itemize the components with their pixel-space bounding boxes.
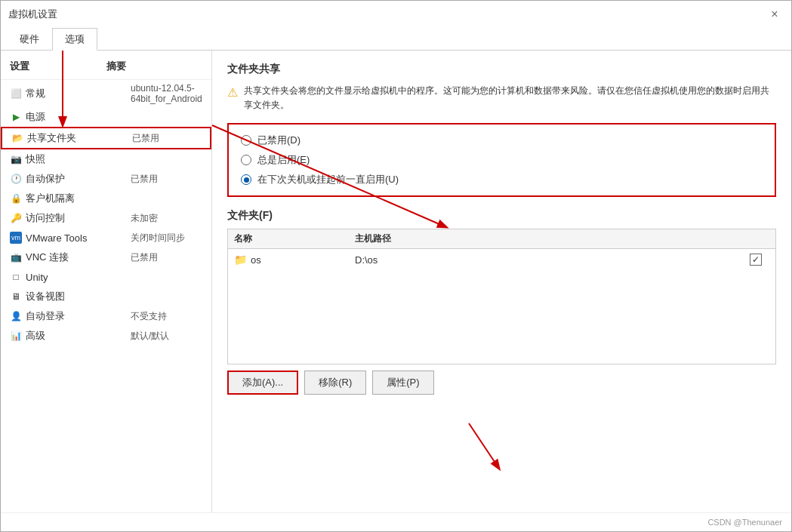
vm-settings-window: 虚拟机设置 × 硬件 选项 设置 摘要 ⬜ 常规 ubuntu-12.04.5-… bbox=[0, 0, 792, 532]
vmware-tools-icon: vm bbox=[10, 232, 22, 244]
advanced-icon: 📊 bbox=[10, 330, 22, 342]
warning-text: 共享文件夹会将您的文件显示给虚拟机中的程序。这可能为您的计算机和数据带来风险。请… bbox=[244, 84, 776, 112]
button-row: 添加(A)... 移除(R) 属性(P) bbox=[227, 371, 776, 395]
folder-list-area: 名称 主机路径 📁 os D:\os ✓ bbox=[227, 229, 776, 364]
remove-button[interactable]: 移除(R) bbox=[304, 371, 366, 395]
tab-hardware[interactable]: 硬件 bbox=[7, 28, 52, 51]
option-always-label: 总是启用(E) bbox=[257, 153, 310, 167]
access-control-value: 未加密 bbox=[131, 212, 202, 225]
setting-row-vnc[interactable]: 📺 VNC 连接 已禁用 bbox=[1, 248, 211, 267]
setting-row-isolation[interactable]: 🔒 客户机隔离 bbox=[1, 189, 211, 208]
folder-section-title: 文件夹(F) bbox=[227, 209, 776, 223]
general-value: ubuntu-12.04.5-64bit_for_Android bbox=[131, 83, 202, 104]
left-header: 设置 摘要 bbox=[1, 57, 211, 80]
setting-row-device-view[interactable]: 🖥 设备视图 bbox=[1, 287, 211, 306]
file-sharing-title: 文件夹共享 bbox=[227, 63, 776, 76]
option-always-row[interactable]: 总是启用(E) bbox=[241, 153, 763, 167]
isolation-icon: 🔒 bbox=[10, 192, 22, 204]
folder-name-os: 📁 os bbox=[234, 254, 355, 266]
setting-row-access-control[interactable]: 🔑 访问控制 未加密 bbox=[1, 208, 211, 228]
option-until-shutdown-radio[interactable] bbox=[241, 174, 251, 185]
tab-options[interactable]: 选项 bbox=[52, 28, 97, 51]
folder-row-icon: 📁 bbox=[234, 254, 247, 266]
shared-folder-value: 已禁用 bbox=[132, 132, 201, 145]
autologin-icon: 👤 bbox=[10, 310, 22, 322]
setting-row-vmware-tools[interactable]: vm VMware Tools 关闭时间同步 bbox=[1, 228, 211, 248]
tab-bar: 硬件 选项 bbox=[1, 28, 791, 51]
warning-icon: ⚠ bbox=[227, 85, 238, 112]
setting-row-shared-folders[interactable]: 📂 共享文件夹 已禁用 bbox=[1, 127, 211, 149]
snapshot-icon: 📷 bbox=[10, 153, 22, 165]
setting-row-general[interactable]: ⬜ 常规 ubuntu-12.04.5-64bit_for_Android bbox=[1, 80, 211, 107]
col-summary-label: 摘要 bbox=[106, 60, 203, 73]
close-button[interactable]: × bbox=[766, 5, 784, 23]
autologin-value: 不受支持 bbox=[131, 310, 202, 323]
setting-row-snapshots[interactable]: 📷 快照 bbox=[1, 149, 211, 169]
properties-button[interactable]: 属性(P) bbox=[372, 371, 433, 395]
col-path-header: 主机路径 bbox=[355, 232, 742, 245]
folder-table-header: 名称 主机路径 bbox=[228, 229, 775, 249]
shared-folder-icon: 📂 bbox=[11, 132, 23, 144]
setting-row-power[interactable]: ▶ 电源 bbox=[1, 107, 211, 127]
setting-row-advanced[interactable]: 📊 高级 默认/默认 bbox=[1, 326, 211, 346]
autoprotect-value: 已禁用 bbox=[131, 173, 202, 186]
add-button[interactable]: 添加(A)... bbox=[227, 371, 298, 395]
advanced-value: 默认/默认 bbox=[131, 330, 202, 343]
vnc-icon: 📺 bbox=[10, 251, 22, 263]
col-setting-label: 设置 bbox=[10, 60, 106, 73]
setting-row-autologin[interactable]: 👤 自动登录 不受支持 bbox=[1, 306, 211, 326]
window-title: 虚拟机设置 bbox=[8, 8, 57, 21]
sharing-options-box: 已禁用(D) 总是启用(E) 在下次关机或挂起前一直启用(U) bbox=[227, 123, 776, 197]
folder-path-os: D:\os bbox=[355, 254, 742, 266]
device-view-icon: 🖥 bbox=[10, 291, 22, 303]
vnc-value: 已禁用 bbox=[131, 251, 202, 264]
setting-row-unity[interactable]: □ Unity bbox=[1, 267, 211, 287]
col-name-header: 名称 bbox=[234, 232, 355, 245]
option-always-radio[interactable] bbox=[241, 155, 251, 165]
unity-icon: □ bbox=[10, 271, 22, 283]
power-icon: ▶ bbox=[10, 111, 22, 123]
folder-row-os[interactable]: 📁 os D:\os ✓ bbox=[228, 249, 775, 270]
option-until-shutdown-label: 在下次关机或挂起前一直启用(U) bbox=[257, 173, 399, 186]
folder-row-checkbox[interactable]: ✓ bbox=[750, 254, 762, 266]
access-control-icon: 🔑 bbox=[10, 212, 22, 224]
option-disabled-row[interactable]: 已禁用(D) bbox=[241, 134, 763, 147]
main-content: 设置 摘要 ⬜ 常规 ubuntu-12.04.5-64bit_for_Andr… bbox=[1, 51, 791, 512]
warning-box: ⚠ 共享文件夹会将您的文件显示给虚拟机中的程序。这可能为您的计算机和数据带来风险… bbox=[227, 84, 776, 112]
option-until-shutdown-row[interactable]: 在下次关机或挂起前一直启用(U) bbox=[241, 173, 763, 186]
footer-bar: CSDN @Thenunaer bbox=[1, 512, 791, 531]
option-disabled-radio[interactable] bbox=[241, 135, 251, 146]
right-panel: 文件夹共享 ⚠ 共享文件夹会将您的文件显示给虚拟机中的程序。这可能为您的计算机和… bbox=[212, 51, 791, 512]
vmware-tools-value: 关闭时间同步 bbox=[131, 232, 202, 244]
autoprotect-icon: 🕐 bbox=[10, 173, 22, 185]
option-disabled-label: 已禁用(D) bbox=[257, 134, 300, 147]
setting-row-autoprotect[interactable]: 🕐 自动保护 已禁用 bbox=[1, 169, 211, 189]
watermark: CSDN @Thenunaer bbox=[707, 518, 782, 527]
title-bar: 虚拟机设置 × bbox=[1, 1, 791, 28]
general-icon: ⬜ bbox=[10, 88, 22, 100]
left-panel: 设置 摘要 ⬜ 常规 ubuntu-12.04.5-64bit_for_Andr… bbox=[1, 51, 212, 512]
